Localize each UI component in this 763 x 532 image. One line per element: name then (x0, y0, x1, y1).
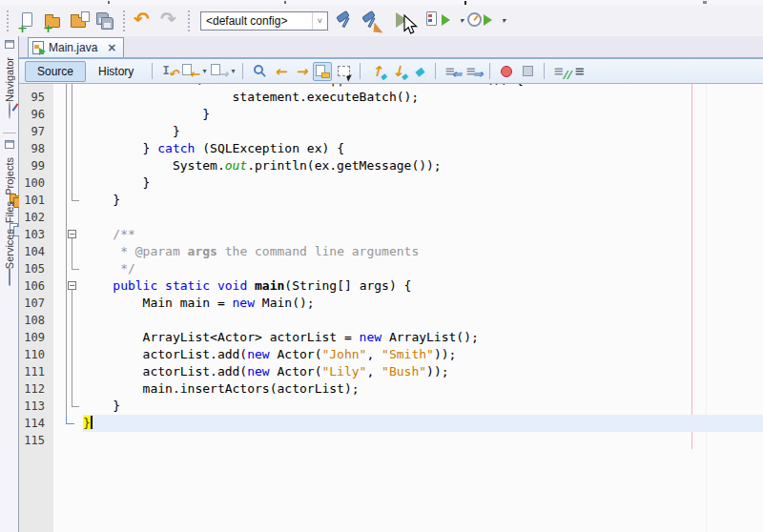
code-line[interactable] (83, 312, 763, 329)
fold-margin-cell[interactable] (53, 312, 83, 329)
fold-margin-cell[interactable] (53, 123, 83, 140)
code-line[interactable]: Main main = new Main(); (83, 295, 763, 312)
stop-macro-recording-icon[interactable] (518, 62, 537, 81)
code-line[interactable]: } (83, 415, 763, 432)
fold-margin-cell[interactable] (53, 295, 83, 312)
line-number[interactable]: 96 (19, 106, 53, 123)
toggle-bookmark-icon[interactable]: ◆ (409, 62, 428, 81)
line-number[interactable]: 114 (19, 415, 53, 432)
source-view-button[interactable]: Source (25, 61, 86, 82)
fold-margin-cell[interactable] (53, 415, 83, 432)
toolbar-gripper[interactable] (188, 10, 190, 31)
combo-dropdown-icon[interactable]: ˅ (312, 12, 327, 30)
fold-margin-cell[interactable] (53, 380, 83, 398)
line-number[interactable]: 111 (19, 363, 53, 380)
fold-margin-cell[interactable] (53, 346, 83, 363)
code-editor[interactable]: 94 if (count % 100 == 0 || count == list… (19, 84, 763, 532)
code-line[interactable]: statement.executeBatch(); (83, 89, 763, 106)
new-project-button[interactable]: + (42, 9, 66, 32)
fold-margin-cell[interactable] (53, 329, 83, 346)
sidebar-item-files[interactable]: Files (4, 201, 15, 223)
line-number[interactable]: 109 (19, 329, 53, 346)
tab-close-icon[interactable]: × (107, 42, 116, 53)
shift-line-right-icon[interactable]: ≡⇒ (464, 62, 483, 81)
line-number[interactable]: 95 (19, 89, 53, 106)
line-number[interactable]: 115 (19, 432, 53, 449)
line-number[interactable]: 107 (19, 295, 53, 312)
fold-margin-cell[interactable] (53, 363, 83, 380)
line-number[interactable]: 108 (19, 312, 53, 329)
back-dropdown-icon[interactable]: ▾ (202, 67, 206, 75)
code-line[interactable]: main.insertActors(actorList); (83, 380, 763, 398)
tab-main-java[interactable]: Main.java × (28, 37, 124, 57)
code-line[interactable]: public static void main(String[] args) { (83, 277, 763, 295)
toggle-highlight-search-icon[interactable] (313, 62, 332, 81)
code-line[interactable]: } catch (SQLException ex) { (83, 140, 763, 157)
last-edit-position-icon[interactable]: I↶ (159, 62, 178, 81)
debug-project-button[interactable]: ▾ (423, 9, 457, 32)
line-number[interactable]: 106 (19, 277, 53, 295)
line-number[interactable]: 104 (19, 243, 53, 260)
config-select[interactable]: <default config>˅ (200, 11, 328, 31)
line-number[interactable]: 105 (19, 260, 53, 277)
code-line[interactable]: */ (83, 260, 763, 277)
toolbar-gripper[interactable] (7, 10, 9, 31)
fold-margin-cell[interactable] (53, 106, 83, 123)
prev-occurrence-icon[interactable]: ← (271, 62, 290, 81)
window-restore-icon[interactable] (5, 140, 14, 149)
jump-back-icon[interactable]: ← (180, 62, 199, 81)
fold-margin-cell[interactable] (53, 140, 83, 157)
fold-margin-cell[interactable] (53, 432, 83, 449)
fold-margin-cell[interactable]: − (53, 277, 83, 295)
code-fold-toggle[interactable]: − (68, 230, 76, 238)
save-all-button[interactable] (93, 9, 117, 32)
build-project-button[interactable] (333, 9, 357, 32)
forward-dropdown-icon[interactable]: ▾ (231, 67, 235, 75)
start-macro-recording-icon[interactable] (497, 62, 516, 81)
line-number[interactable]: 98 (19, 140, 53, 157)
rectangular-selection-icon[interactable] (334, 62, 353, 81)
next-occurrence-icon[interactable]: → (292, 62, 311, 81)
fold-margin-cell[interactable] (53, 192, 83, 209)
line-number[interactable]: 99 (19, 157, 53, 174)
code-line[interactable]: /** (83, 226, 763, 243)
next-bookmark-icon[interactable]: ↓◆ (388, 62, 407, 81)
code-line[interactable]: actorList.add(new Actor("Lily", "Bush"))… (83, 363, 763, 380)
line-number[interactable]: 102 (19, 209, 53, 226)
prev-bookmark-icon[interactable]: ↑◆ (367, 62, 386, 81)
redo-button[interactable]: ↷ (158, 9, 182, 32)
line-number[interactable]: 101 (19, 192, 53, 209)
line-number[interactable]: 110 (19, 346, 53, 363)
comment-icon[interactable]: ≡// (551, 62, 570, 81)
sidebar-item-services[interactable]: Services (4, 229, 15, 286)
sidebar-item-navigator[interactable]: Navigator (4, 57, 15, 119)
uncomment-icon[interactable]: ≡ (572, 62, 591, 81)
code-line[interactable]: } (83, 174, 763, 192)
code-line[interactable]: } (83, 106, 763, 123)
code-line[interactable]: } (83, 398, 763, 415)
code-line[interactable]: ArrayList<Actor> actorList = new ArrayLi… (83, 329, 763, 346)
line-number[interactable]: 103 (19, 226, 53, 243)
line-number[interactable]: 97 (19, 123, 53, 140)
clean-build-project-button[interactable] (359, 9, 382, 32)
line-number[interactable]: 113 (19, 398, 53, 415)
fold-margin-cell[interactable] (53, 243, 83, 260)
code-line[interactable]: } (83, 192, 763, 209)
jump-forward-icon[interactable]: → (209, 62, 228, 81)
fold-margin-cell[interactable] (53, 398, 83, 415)
line-number[interactable]: 100 (19, 174, 53, 192)
undo-button[interactable]: ↶ (133, 9, 156, 32)
code-line[interactable]: actorList.add(new Actor("John", "Smith")… (83, 346, 763, 363)
window-restore-icon[interactable] (5, 40, 14, 49)
code-line[interactable]: * @param args the command line arguments (83, 243, 763, 260)
code-line[interactable]: } (83, 123, 763, 140)
code-line[interactable] (83, 209, 763, 226)
fold-margin-cell[interactable] (53, 89, 83, 106)
open-project-button[interactable] (68, 9, 92, 32)
fold-margin-cell[interactable] (53, 157, 83, 174)
line-number[interactable]: 112 (19, 380, 53, 398)
toolbar-gripper[interactable] (123, 10, 125, 31)
find-selection-icon[interactable] (250, 62, 269, 81)
new-file-button[interactable]: + (16, 9, 40, 32)
history-view-button[interactable]: History (86, 61, 146, 82)
